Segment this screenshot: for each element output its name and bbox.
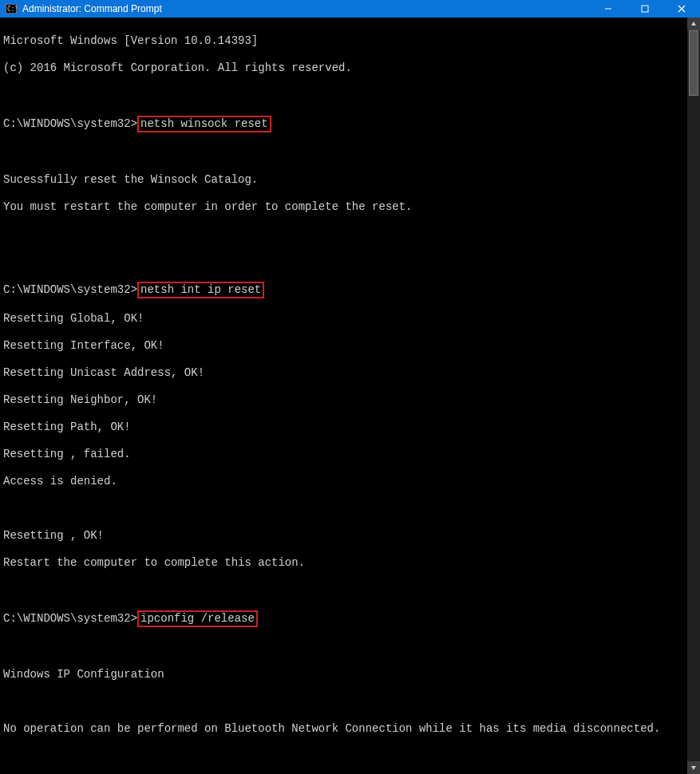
output-line xyxy=(3,255,682,268)
output-line xyxy=(3,583,682,597)
output-line: Resetting Global, OK! xyxy=(3,312,682,326)
output-line: (c) 2016 Microsoft Corporation. All righ… xyxy=(3,61,682,75)
output-line: Sucessfully reset the Winsock Catalog. xyxy=(3,173,682,187)
prompt-text: C:\WINDOWS\system32> xyxy=(3,612,137,626)
output-line: Resetting , failed. xyxy=(3,448,682,461)
command-prompt-window: C:\ Administrator: Command Prompt Micros… xyxy=(0,0,700,774)
output-line: Resetting , OK! xyxy=(3,529,682,543)
titlebar[interactable]: C:\ Administrator: Command Prompt xyxy=(0,0,700,18)
maximize-button[interactable] xyxy=(627,0,663,18)
scrollbar-thumb[interactable] xyxy=(689,30,698,96)
prompt-text: C:\WINDOWS\system32> xyxy=(3,117,137,131)
output-line: No operation can be performed on Bluetoo… xyxy=(3,722,682,736)
output-line xyxy=(3,641,682,654)
output-line: Microsoft Windows [Version 10.0.14393] xyxy=(3,34,682,48)
output-line xyxy=(3,695,682,709)
prompt-line: C:\WINDOWS\system32>netsh winsock reset xyxy=(3,116,682,132)
window-title: Administrator: Command Prompt xyxy=(22,3,590,14)
output-line xyxy=(3,146,682,160)
close-button[interactable] xyxy=(663,0,700,18)
output-line: You must restart the computer in order t… xyxy=(3,200,682,214)
output-line: Resetting Neighbor, OK! xyxy=(3,393,682,407)
output-line xyxy=(3,502,682,515)
scroll-down-arrow-icon[interactable] xyxy=(687,761,700,774)
output-line: Restart the computer to complete this ac… xyxy=(3,556,682,570)
command-highlight: netsh winsock reset xyxy=(137,116,271,132)
prompt-text: C:\WINDOWS\system32> xyxy=(3,283,137,297)
output-line: Access is denied. xyxy=(3,475,682,488)
svg-rect-3 xyxy=(642,6,648,12)
svg-marker-6 xyxy=(691,22,696,26)
output-line: Resetting Path, OK! xyxy=(3,421,682,434)
cmd-icon: C:\ xyxy=(5,2,18,15)
terminal-output[interactable]: Microsoft Windows [Version 10.0.14393] (… xyxy=(0,18,687,774)
vertical-scrollbar[interactable] xyxy=(687,18,700,774)
output-line: Resetting Unicast Address, OK! xyxy=(3,366,682,380)
svg-text:C:\: C:\ xyxy=(7,6,17,13)
svg-marker-7 xyxy=(691,766,696,770)
output-line: Resetting Interface, OK! xyxy=(3,339,682,353)
command-highlight: netsh int ip reset xyxy=(137,282,264,298)
minimize-button[interactable] xyxy=(590,0,627,18)
output-line xyxy=(3,89,682,102)
command-highlight: ipconfig /release xyxy=(137,610,258,627)
scroll-up-arrow-icon[interactable] xyxy=(687,18,700,30)
output-line xyxy=(3,749,682,763)
prompt-line: C:\WINDOWS\system32>ipconfig /release xyxy=(3,610,682,627)
output-line xyxy=(3,227,682,241)
client-area: Microsoft Windows [Version 10.0.14393] (… xyxy=(0,18,700,774)
scrollbar-track[interactable] xyxy=(687,30,700,761)
output-line: Windows IP Configuration xyxy=(3,668,682,681)
prompt-line: C:\WINDOWS\system32>netsh int ip reset xyxy=(3,282,682,298)
